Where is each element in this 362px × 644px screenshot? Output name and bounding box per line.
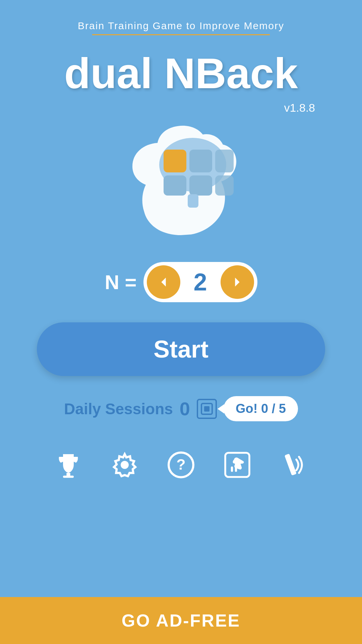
app-version: v1.8.8 [284,101,315,114]
settings-button[interactable] [111,451,138,478]
svg-rect-4 [164,175,186,196]
ad-banner-text: GO AD-FREE [122,610,241,631]
svg-marker-9 [235,278,239,287]
bottom-nav: ? [20,441,342,488]
svg-text:?: ? [176,456,185,473]
rate-button[interactable] [224,451,251,478]
go-badge-text: Go! 0 / 5 [236,401,286,416]
svg-rect-6 [215,175,234,196]
svg-point-14 [121,461,129,469]
n-control: 2 [143,262,257,302]
svg-rect-3 [215,150,234,172]
session-icon[interactable] [197,399,217,419]
go-badge[interactable]: Go! 0 / 5 [224,396,298,421]
start-button[interactable]: Start [37,322,325,376]
daily-sessions-label: Daily Sessions [64,400,173,418]
contact-button[interactable] [280,451,307,478]
app-subtitle: Brain Training Game to Improve Memory [78,20,284,32]
ad-banner[interactable]: GO AD-FREE [0,597,362,644]
n-selector: N = 2 [105,262,257,302]
svg-rect-11 [204,406,209,412]
brain-illustration [107,121,255,242]
svg-rect-7 [188,194,198,208]
app-title: dual NBack [64,49,298,98]
svg-marker-8 [161,278,166,287]
n-decrement-button[interactable] [147,265,180,299]
help-button[interactable]: ? [168,451,194,478]
daily-sessions-row: Daily Sessions 0 Go! 0 / 5 [64,396,298,421]
n-increment-button[interactable] [221,265,254,299]
trophy-button[interactable] [55,451,82,478]
n-value: 2 [180,268,221,296]
main-content: Brain Training Game to Improve Memory du… [0,0,362,597]
daily-sessions-count: 0 [180,398,190,420]
n-label: N = [105,271,136,294]
svg-rect-13 [63,476,74,478]
svg-rect-1 [164,150,186,172]
subtitle-underline [92,34,270,35]
svg-rect-5 [189,175,212,196]
svg-rect-2 [189,150,212,172]
